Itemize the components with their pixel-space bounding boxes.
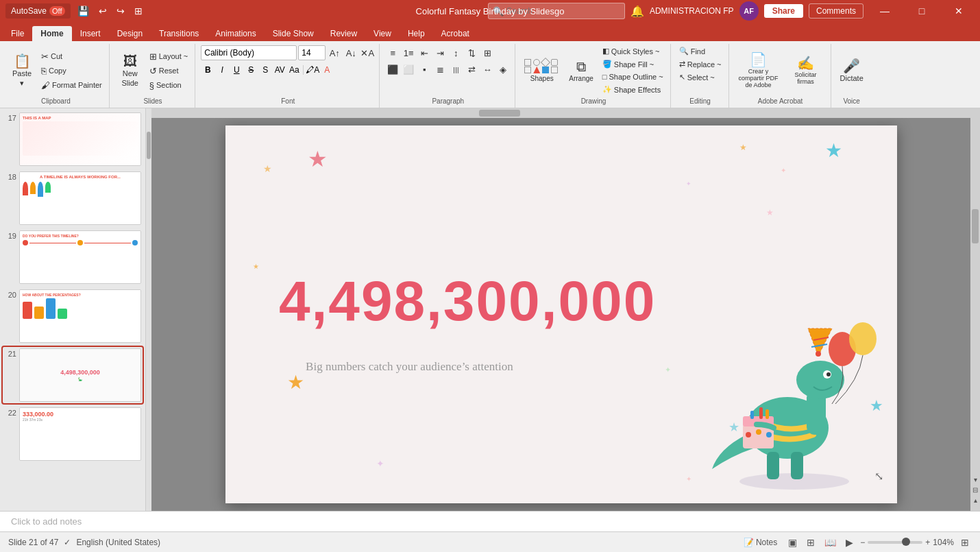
increase-font-btn[interactable]: A↑ <box>327 45 342 60</box>
tab-slideshow[interactable]: Slide Show <box>265 26 322 41</box>
notes-area[interactable]: Click to add notes <box>0 511 980 531</box>
format-painter-button[interactable]: 🖌 Format Painter <box>38 79 105 92</box>
view-slide-sorter-btn[interactable]: ⊞ <box>804 536 818 549</box>
justify-btn[interactable]: ≣ <box>432 62 448 77</box>
resize-indicator[interactable]: ⤡ <box>874 470 883 483</box>
slide-content-21: 4,498,300,000 🦕 <box>20 349 140 401</box>
text-dir-btn[interactable]: ⇄ <box>464 62 479 77</box>
align-left-btn[interactable]: ⬛ <box>385 62 400 77</box>
scroll-down-arrow[interactable]: ▾ <box>970 476 980 483</box>
autosave-control[interactable]: AutoSave Off <box>5 3 71 19</box>
tab-transitions[interactable]: Transitions <box>151 26 207 41</box>
cut-button[interactable]: ✂ Cut <box>38 50 105 63</box>
tab-acrobat[interactable]: Acrobat <box>433 26 478 41</box>
minimize-button[interactable]: — <box>869 0 901 22</box>
fit-window-btn[interactable]: ⊞ <box>958 536 972 549</box>
strikethrough-button[interactable]: S <box>244 63 258 77</box>
undo-icon[interactable]: ↩ <box>96 5 110 16</box>
numbering-btn[interactable]: 1≡ <box>401 45 416 60</box>
line-spacing-btn[interactable]: ↕ <box>448 45 463 60</box>
copy-button[interactable]: ⎘ Copy <box>38 64 105 77</box>
shape-fill-button[interactable]: 🪣 Shape Fill ~ <box>600 58 666 70</box>
dot2 <box>30 182 36 194</box>
slide-thumb-19[interactable]: 19 DO YOU PREFER THIS TIMELINE? <box>3 229 143 285</box>
tab-view[interactable]: View <box>365 26 400 41</box>
shape-outline-button[interactable]: □ Shape Outline ~ <box>600 71 666 82</box>
tab-animations[interactable]: Animations <box>207 26 264 41</box>
font-size-input[interactable] <box>298 45 326 60</box>
cols-btn[interactable]: ⫼ <box>448 62 463 77</box>
char-spacing-btn[interactable]: AV <box>273 63 286 77</box>
paragraph-controls: ≡ 1≡ ⇤ ⇥ ↕ ⇅ ⊞ ⬛ ⬜ ▪ ≣ ⫼ ⇄ ↔ ◈ <box>385 45 511 96</box>
slide-canvas[interactable]: ★ ★ ★ ✦ ★ ★ ★ ✦ ★ ✦ ✦ ✦ ★ ✦ 4,498,300,00… <box>225 125 897 503</box>
canvas-hscroll[interactable] <box>151 108 970 118</box>
bold-button[interactable]: B <box>201 63 215 77</box>
shapes-button[interactable]: Shapes <box>521 45 563 96</box>
new-slide-button[interactable]: 🖼 New Slide <box>115 49 145 93</box>
italic-button[interactable]: I <box>215 63 229 77</box>
tab-design[interactable]: Design <box>109 26 151 41</box>
reset-button[interactable]: ↺ Reset <box>147 64 191 77</box>
font-name-input[interactable] <box>201 45 297 60</box>
close-button[interactable]: ✕ <box>943 0 975 22</box>
redo-icon[interactable]: ↪ <box>114 5 127 16</box>
zoom-out-btn[interactable]: − <box>860 538 865 547</box>
dictate-button[interactable]: 🎤 Dictate <box>837 49 867 93</box>
save-icon[interactable]: 💾 <box>75 5 92 16</box>
decrease-font-btn[interactable]: A↓ <box>343 45 358 60</box>
align-text-btn[interactable]: ↔ <box>480 62 495 77</box>
slide-thumb-17[interactable]: 17 THIS IS A MAP <box>3 111 143 167</box>
notification-icon[interactable]: 🔔 <box>630 5 644 18</box>
share-button[interactable]: Share <box>764 4 803 18</box>
zoom-slider[interactable] <box>868 541 922 544</box>
tab-home[interactable]: Home <box>32 26 71 41</box>
layout-button[interactable]: ⊞ Layout ~ <box>147 50 191 63</box>
align-right-btn[interactable]: ▪ <box>417 62 432 77</box>
select-button[interactable]: ↖ Select ~ <box>676 71 724 83</box>
paste-button[interactable]: 📋 Paste ▾ <box>7 49 37 93</box>
align-center-btn[interactable]: ⬜ <box>401 62 416 77</box>
view-reading-btn[interactable]: 📖 <box>822 536 839 549</box>
convert-smartart-btn[interactable]: ◈ <box>495 62 511 77</box>
autosave-toggle[interactable]: Off <box>49 6 64 16</box>
canvas-vscroll[interactable]: ▾ ⊟ ▴ <box>970 108 980 511</box>
avatar[interactable]: AF <box>739 1 759 21</box>
decrease-indent-btn[interactable]: ⇤ <box>417 45 432 60</box>
tab-insert[interactable]: Insert <box>72 26 109 41</box>
slide-thumb-20[interactable]: 20 HOW ABOUT THE PERCENTAGES? <box>3 288 143 344</box>
notes-button[interactable]: 📝 Notes <box>739 536 781 549</box>
section-button[interactable]: § Section <box>147 79 191 92</box>
zoom-in-btn[interactable]: + <box>925 538 930 547</box>
view-slideshow-btn[interactable]: ▶ <box>843 536 856 549</box>
shape-effects-button[interactable]: ✨ Shape Effects <box>600 84 666 95</box>
text-highlight-btn[interactable]: 🖍A <box>306 63 319 77</box>
sort-btn[interactable]: ⇅ <box>464 45 479 60</box>
arrange-button[interactable]: ⧉ Arrange <box>565 45 597 96</box>
tab-file[interactable]: File <box>3 26 32 41</box>
underline-button[interactable]: U <box>230 63 243 77</box>
scroll-fit-arrow[interactable]: ⊟ <box>970 486 980 494</box>
tab-help[interactable]: Help <box>400 26 433 41</box>
bullets-btn[interactable]: ≡ <box>385 45 400 60</box>
create-pdf-button[interactable]: 📄 Crear y compartir PDF de Adobe <box>735 45 783 96</box>
tab-review[interactable]: Review <box>322 26 365 41</box>
slide-thumb-21[interactable]: 21 4,498,300,000 🦕 <box>3 347 143 403</box>
quick-styles-button[interactable]: ◧ Quick Styles ~ <box>600 45 666 57</box>
text-shadow-button[interactable]: S <box>258 63 272 77</box>
scroll-up-arrow[interactable]: ▴ <box>970 496 980 504</box>
change-case-btn[interactable]: Aa <box>287 63 301 77</box>
font-color-btn[interactable]: A <box>320 63 334 77</box>
slide-thumb-18[interactable]: 18 A TIMELINE IS ALWAYS WORKING FOR... <box>3 170 143 226</box>
slide-panel-scrollbar[interactable] <box>146 108 151 511</box>
clear-format-btn[interactable]: ✕A <box>360 45 375 60</box>
smartart-btn[interactable]: ⊞ <box>480 45 495 60</box>
view-normal-btn[interactable]: ▣ <box>785 536 800 549</box>
replace-button[interactable]: ⇄ Replace ~ <box>676 58 724 70</box>
find-button[interactable]: 🔍 Find <box>676 45 724 57</box>
slide-thumb-22[interactable]: 22 333,000.00 21h 37m 23s <box>3 406 143 462</box>
customize-qat-icon[interactable]: ⊞ <box>132 5 145 16</box>
maximize-button[interactable]: □ <box>906 0 938 22</box>
solicitar-button[interactable]: ✍ Solicitar firmas <box>785 45 826 96</box>
comments-button[interactable]: Comments <box>809 3 863 19</box>
increase-indent-btn[interactable]: ⇥ <box>432 45 448 60</box>
